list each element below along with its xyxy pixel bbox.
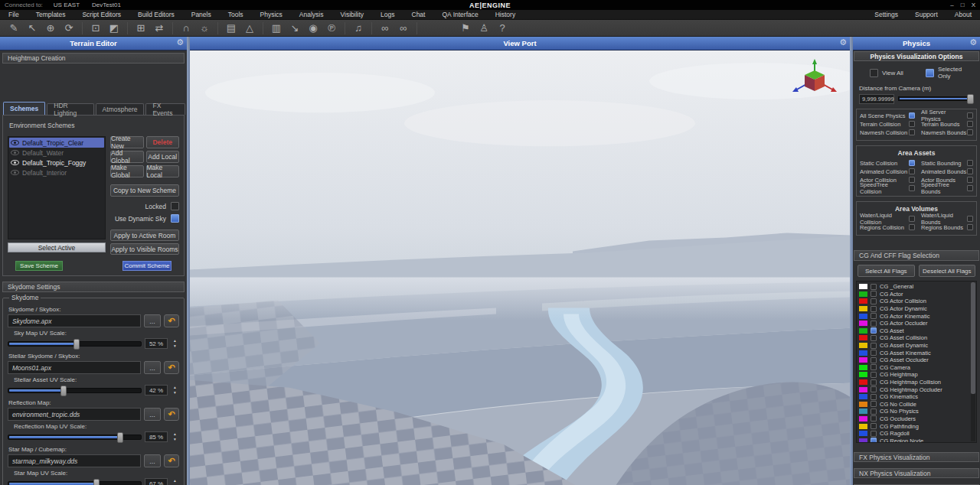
menu-analysis[interactable]: Analysis (291, 11, 332, 18)
reflection-map-input[interactable]: environment_tropic.dds (8, 408, 141, 421)
menu-templates[interactable]: Templates (28, 11, 74, 18)
actor-bounds-checkbox[interactable] (967, 177, 973, 183)
star-map-uv-scale-slider[interactable] (8, 481, 142, 485)
cg-occluders-checkbox[interactable] (871, 415, 877, 422)
cg-cff-flag-selection-bar[interactable]: CG And CFF Flag Selection (854, 250, 979, 261)
static-collision-checkbox[interactable] (909, 160, 915, 166)
apply-to-active-room-button[interactable]: Apply to Active Room (110, 229, 179, 241)
menu-chat[interactable]: Chat (403, 11, 434, 18)
tab-hdr-lighting[interactable]: HDR Lighting (47, 103, 93, 115)
browse-button[interactable]: ... (144, 454, 161, 467)
cg-asset-checkbox[interactable] (871, 327, 877, 334)
delete-button[interactable]: Delete (146, 136, 180, 148)
spinner-control[interactable]: ▴▾ (171, 385, 179, 395)
tab-atmosphere[interactable]: Atmosphere (96, 103, 145, 115)
star-map-cubemap-input[interactable]: starmap_milkyway.dds (8, 454, 141, 467)
axis-gizmo[interactable] (790, 57, 839, 101)
undo-icon[interactable]: ↶ (164, 361, 179, 374)
wireframe-sphere-icon[interactable]: ◉ (304, 21, 322, 35)
grid-snap-icon[interactable]: ⊞ (132, 21, 150, 35)
cg-general-checkbox[interactable] (871, 284, 877, 290)
commit-scheme-button[interactable]: Commit Scheme (122, 261, 172, 271)
cg-actor-checkbox[interactable] (871, 291, 877, 297)
eye-closed-icon[interactable] (11, 170, 19, 175)
slider-handle[interactable] (117, 432, 123, 443)
cg-heightmap-checkbox[interactable] (871, 372, 877, 378)
cursor-pick-icon[interactable]: ↘ (286, 21, 304, 35)
sky-map-uv-scale-value[interactable]: 52 % (145, 338, 168, 349)
move-tool-icon[interactable]: ⊕ (41, 21, 60, 35)
cg-actor-kinematic-checkbox[interactable] (871, 313, 877, 319)
spin-up-icon[interactable]: ▴ (174, 432, 176, 437)
stellar-skydome-skybox-input[interactable]: Moons01.apx (8, 361, 141, 374)
menu-build-editors[interactable]: Build Editors (129, 11, 183, 18)
slider-handle[interactable] (60, 386, 67, 396)
apply-to-visible-rooms-button[interactable]: Apply to Visible Rooms (110, 243, 179, 255)
stamp-tool-icon[interactable]: ✎ (5, 21, 23, 35)
scheme-item-default-water[interactable]: Default_Water (9, 148, 104, 158)
distance-slider[interactable] (898, 96, 974, 101)
menu-settings[interactable]: Settings (866, 11, 906, 18)
all-scene-physics-checkbox[interactable] (909, 112, 915, 119)
spinner-control[interactable]: ▴▾ (171, 431, 179, 442)
undo-icon[interactable]: ↶ (164, 314, 179, 327)
select-all-flags-button[interactable]: Select All Flags (858, 265, 915, 277)
asset-library-icon[interactable]: ▥ (267, 21, 286, 35)
deselect-all-flags-button[interactable]: Deselect All Flags (919, 265, 976, 277)
use-dynamic-sky-checkbox[interactable] (171, 214, 179, 223)
audio-icon[interactable]: ♫ (349, 21, 368, 35)
menu-physics[interactable]: Physics (252, 11, 291, 18)
maximize-button[interactable]: □ (961, 2, 965, 8)
gear-icon[interactable]: ⚙ (839, 37, 847, 47)
menu-support[interactable]: Support (906, 11, 946, 18)
water-liquid-bounds-checkbox[interactable] (967, 216, 973, 222)
actor-collision-checkbox[interactable] (909, 177, 915, 183)
save-scheme-button[interactable]: Save Scheme (15, 261, 63, 271)
spin-down-icon[interactable]: ▾ (174, 391, 176, 395)
slider-handle[interactable] (74, 339, 80, 350)
heightmap-creation-bar[interactable]: Heightmap Creation (2, 53, 185, 63)
menu-panels[interactable]: Panels (183, 11, 220, 18)
cg-asset-dynamic-checkbox[interactable] (871, 343, 877, 349)
terrain-3d-scene[interactable] (190, 50, 850, 485)
add-global-button[interactable]: Add Global (110, 151, 144, 163)
cg-ragdoll-checkbox[interactable] (871, 431, 877, 437)
scale-tool-icon[interactable]: ⊡ (87, 21, 105, 35)
scheme-item-default-tropic-foggy[interactable]: Default_Tropic_Foggy (9, 158, 104, 168)
link-icon[interactable]: ∞ (376, 21, 394, 35)
cg-asset-collision-checkbox[interactable] (871, 335, 877, 341)
browse-button[interactable]: ... (144, 361, 161, 374)
locked-checkbox[interactable] (171, 202, 179, 210)
browse-button[interactable]: ... (144, 408, 161, 421)
tab-schemes[interactable]: Schemes (3, 102, 45, 115)
scheme-item-default-interior[interactable]: Default_Interior (9, 168, 104, 177)
cg-heightmap-collision-checkbox[interactable] (871, 379, 877, 386)
make-local-button[interactable]: Make Local (146, 165, 180, 177)
spin-down-icon[interactable]: ▾ (174, 344, 176, 349)
lighting-sun-icon[interactable]: ☼ (195, 21, 214, 35)
selected-only-checkbox[interactable] (926, 69, 934, 77)
cg-actor-occluder-checkbox[interactable] (871, 321, 877, 327)
sky-map-uv-scale-slider[interactable] (8, 341, 142, 347)
make-global-button[interactable]: Make Global (110, 165, 144, 177)
spin-up-icon[interactable]: ▴ (174, 479, 176, 483)
gear-icon[interactable]: ⚙ (176, 37, 184, 47)
cg-region-node-checkbox[interactable] (871, 438, 877, 443)
menu-script-editors[interactable]: Script Editors (74, 11, 129, 18)
select-active-button[interactable]: Select Active (8, 242, 106, 252)
npc-walk-icon[interactable]: ♙ (475, 21, 493, 35)
cg-no-collide-checkbox[interactable] (871, 401, 877, 407)
animated-collision-checkbox[interactable] (909, 168, 915, 174)
menu-tools[interactable]: Tools (220, 11, 252, 18)
stellar-asset-uv-scale-value[interactable]: 42 % (145, 385, 168, 395)
menu-about[interactable]: About (946, 11, 980, 18)
eye-open-icon[interactable] (11, 160, 19, 165)
stellar-asset-uv-scale-slider[interactable] (8, 388, 142, 393)
minimize-button[interactable]: – (950, 2, 953, 8)
navmesh-collision-checkbox[interactable] (909, 129, 915, 135)
navmesh-bounds-checkbox[interactable] (967, 129, 973, 135)
browse-button[interactable]: ... (144, 314, 161, 327)
skydome-settings-bar[interactable]: Skydome Settings (2, 282, 185, 292)
cg-heightmap-occluder-checkbox[interactable] (871, 386, 877, 392)
physics-page-icon[interactable]: ℗ (322, 21, 341, 35)
